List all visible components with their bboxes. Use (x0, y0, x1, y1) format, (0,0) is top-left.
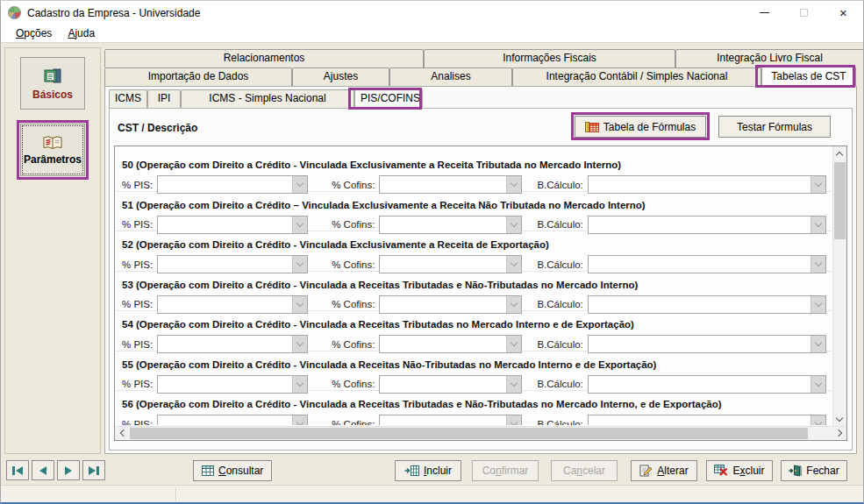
bcalculo-combobox[interactable] (588, 375, 826, 394)
chevron-down-icon[interactable] (810, 256, 825, 273)
app-icon (8, 6, 21, 19)
tab-relacionamentos[interactable]: Relacionamentos (104, 49, 424, 67)
incluir-button[interactable]: Incluir (395, 460, 461, 481)
cst-row-55: 55 (Operação com Direito a Crédito - Vin… (116, 351, 832, 392)
status-bar (1, 485, 863, 503)
tab-integracao-livro-fiscal[interactable]: Integração Livro Fiscal (675, 49, 864, 67)
nav-next-button[interactable] (57, 460, 80, 480)
bcalculo-combobox[interactable] (588, 175, 826, 194)
cst-row-title: 53 (Operação com Direito a Crédito - Vin… (122, 280, 826, 291)
cofins-combobox[interactable] (379, 295, 522, 314)
pis-combobox[interactable] (157, 255, 308, 273)
excluir-icon (714, 465, 728, 476)
subtab-ipi[interactable]: IPI (147, 89, 181, 108)
alterar-button[interactable]: Alterar (631, 460, 697, 481)
menu-opcoes[interactable]: Opções (8, 25, 60, 42)
fechar-button[interactable]: Fechar (781, 460, 847, 481)
chevron-down-icon[interactable] (506, 415, 521, 425)
bcalculo-combobox[interactable] (588, 335, 826, 353)
chevron-down-icon[interactable] (292, 217, 307, 233)
menu-ajuda[interactable]: Ajuda (60, 25, 103, 42)
scroll-down-icon[interactable] (832, 412, 846, 426)
chevron-down-icon[interactable] (810, 176, 825, 193)
cofins-combobox[interactable] (379, 415, 522, 425)
consultar-button[interactable]: Consultar (193, 460, 272, 481)
scroll-left-icon[interactable] (115, 426, 129, 440)
cst-row-54: 54 (Operação com Direito a Crédito - Vin… (116, 311, 832, 351)
tab-tabelas-de-cst[interactable]: Tabelas de CST (761, 67, 856, 86)
vertical-scroll-thumb[interactable] (834, 162, 846, 239)
chevron-down-icon[interactable] (506, 217, 521, 233)
cofins-combobox[interactable] (379, 375, 522, 394)
bcalculo-combobox[interactable] (588, 216, 826, 234)
tab-analises[interactable]: Analises (389, 67, 512, 86)
chevron-down-icon[interactable] (292, 256, 307, 273)
chevron-down-icon[interactable] (810, 296, 825, 313)
maximize-button (784, 1, 824, 25)
chevron-down-icon[interactable] (810, 415, 825, 425)
pis-combobox[interactable] (157, 295, 308, 314)
cst-row-52: 52 (Operação com Direito a Crédito - Vin… (116, 231, 832, 272)
chevron-down-icon[interactable] (810, 376, 825, 393)
pis-combobox[interactable] (157, 175, 308, 194)
chevron-down-icon[interactable] (810, 336, 825, 352)
pis-label: % PIS: (122, 259, 153, 270)
pis-combobox[interactable] (157, 415, 308, 425)
testar-formulas-button[interactable]: Testar Fórmulas (718, 116, 831, 138)
chevron-down-icon[interactable] (506, 376, 521, 393)
nav-first-button[interactable] (6, 460, 29, 480)
basicos-icon (41, 67, 64, 86)
scroll-right-icon[interactable] (832, 426, 846, 440)
vertical-scrollbar[interactable] (832, 146, 846, 426)
cst-row-50: 50 (Operação com Direito a Crédito - Vin… (116, 152, 832, 192)
nav-previous-button[interactable] (32, 460, 54, 480)
pis-label: % PIS: (122, 180, 153, 190)
horizontal-scroll-thumb[interactable] (130, 428, 808, 439)
cofins-label: % Cofins: (332, 219, 375, 230)
subtab-icms[interactable]: ICMS (109, 89, 147, 108)
cofins-combobox[interactable] (379, 216, 522, 234)
excluir-button[interactable]: Excluir (706, 460, 773, 481)
cst-descricao-label: CST / Descrição (118, 122, 197, 134)
tab-informacoes-fiscais[interactable]: Informações Fiscais (424, 49, 675, 67)
chevron-down-icon[interactable] (292, 415, 307, 425)
chevron-down-icon[interactable] (506, 336, 521, 352)
pis-cofins-panel: CST / Descrição Tabela de Fórmulas Testa… (109, 108, 853, 451)
sidebar-item-parametros[interactable]: Parâmetros (20, 124, 85, 176)
minimize-button[interactable] (745, 1, 784, 25)
bcalculo-combobox[interactable] (588, 255, 826, 273)
cst-row-title: 56 (Operação com Direito a Crédito - Vin… (122, 399, 826, 410)
horizontal-scrollbar[interactable] (115, 426, 846, 440)
tab-row-2: Importação de Dados Ajustes Analises Int… (104, 67, 856, 86)
pis-combobox[interactable] (157, 335, 308, 353)
subtab-icms-simples-nacional[interactable]: ICMS - Simples Nacional (CSOSN) (181, 89, 354, 108)
sidebar-item-basicos[interactable]: Básicos (20, 57, 85, 110)
cofins-combobox[interactable] (379, 335, 522, 353)
pis-combobox[interactable] (157, 375, 308, 394)
close-button[interactable]: × (824, 1, 863, 25)
bcalculo-combobox[interactable] (588, 295, 826, 314)
tab-row-1: Relacionamentos Informações Fiscais Inte… (104, 49, 864, 67)
tab-integracao-contabil-simples-nacional[interactable]: Integração Contábil / Simples Nacional (512, 67, 761, 86)
bcalculo-combobox[interactable] (588, 415, 826, 425)
chevron-down-icon[interactable] (506, 176, 521, 193)
chevron-down-icon[interactable] (506, 296, 521, 313)
chevron-down-icon[interactable] (292, 296, 307, 313)
subtab-pis-cofins[interactable]: PIS/COFINS (354, 89, 423, 108)
tab-ajustes[interactable]: Ajustes (292, 67, 389, 86)
scroll-up-icon[interactable] (832, 146, 846, 160)
cofins-combobox[interactable] (379, 175, 522, 194)
nav-last-button[interactable] (82, 460, 105, 480)
bcalculo-label: B.Cálculo: (537, 259, 582, 270)
chevron-down-icon[interactable] (292, 336, 307, 352)
pis-label: % PIS: (122, 219, 153, 230)
menu-bar: Opções Ajuda (1, 25, 863, 43)
pis-combobox[interactable] (157, 216, 308, 234)
tab-importacao-de-dados[interactable]: Importação de Dados (104, 67, 292, 86)
tabela-de-formulas-button[interactable]: Tabela de Fórmulas (575, 116, 706, 138)
chevron-down-icon[interactable] (292, 176, 307, 193)
chevron-down-icon[interactable] (292, 376, 307, 393)
chevron-down-icon[interactable] (506, 256, 521, 273)
chevron-down-icon[interactable] (810, 217, 825, 233)
cofins-combobox[interactable] (379, 255, 522, 273)
